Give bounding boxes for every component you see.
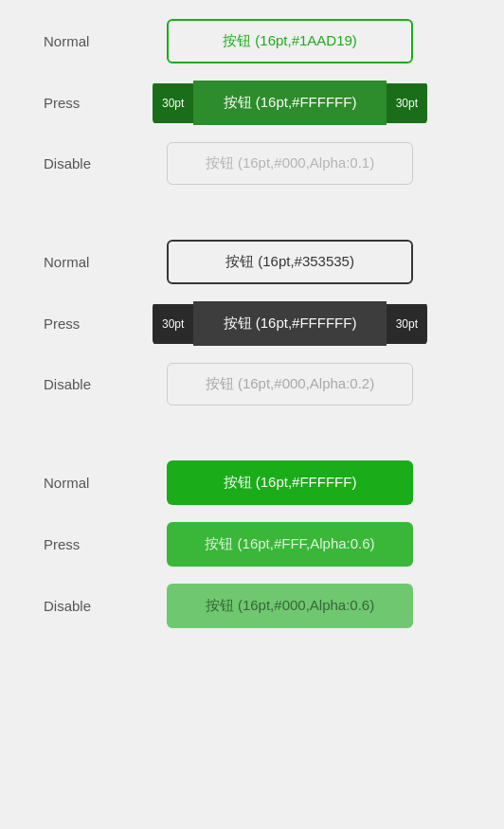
label-normal-3: Normal [44,475,119,491]
row-press-1: Press 30pt 按钮 (16pt,#FFFFFF) 30pt [25,81,479,125]
section-3: Normal 按钮 (16pt,#FFFFFF) Press 按钮 (16pt,… [25,460,479,645]
btn-press-green-solid[interactable]: 按钮 (16pt,#FFF,Alpha:0.6) [167,522,413,567]
label-normal-1: Normal [44,33,119,49]
btn-press-dark-side-right: 30pt [387,304,427,344]
btn-wrapper-disable-1: 按钮 (16pt,#000,Alpha:0.1) [119,142,460,185]
label-disable-2: Disable [44,376,119,392]
btn-press-dark-side-left: 30pt [153,304,193,344]
label-press-2: Press [44,315,119,332]
row-disable-2: Disable 按钮 (16pt,#000,Alpha:0.2) [25,363,479,405]
row-press-3: Press 按钮 (16pt,#FFF,Alpha:0.6) [25,522,479,567]
label-normal-2: Normal [44,254,119,270]
btn-wrapper-disable-2: 按钮 (16pt,#000,Alpha:0.2) [119,363,460,405]
btn-wrapper-normal-1: 按钮 (16pt,#1AAD19) [119,19,460,63]
row-press-2: Press 30pt 按钮 (16pt,#FFFFFF) 30pt [25,301,479,346]
btn-wrapper-normal-2: 按钮 (16pt,#353535) [119,240,460,284]
section-2: Normal 按钮 (16pt,#353535) Press 30pt 按钮 (… [25,240,479,423]
btn-wrapper-disable-3: 按钮 (16pt,#000,Alpha:0.6) [119,584,460,628]
label-disable-1: Disable [44,155,119,171]
btn-disable-outlined-light: 按钮 (16pt,#000,Alpha:0.2) [167,363,413,405]
label-press-3: Press [44,536,119,552]
row-normal-1: Normal 按钮 (16pt,#1AAD19) [25,19,479,63]
btn-press-green[interactable]: 30pt 按钮 (16pt,#FFFFFF) 30pt [153,81,427,125]
btn-press-dark[interactable]: 30pt 按钮 (16pt,#FFFFFF) 30pt [153,301,427,346]
label-press-1: Press [44,95,119,111]
btn-press-side-left: 30pt [153,83,193,123]
btn-wrapper-press-3: 按钮 (16pt,#FFF,Alpha:0.6) [119,522,460,567]
btn-disable-outlined: 按钮 (16pt,#000,Alpha:0.1) [167,142,413,185]
btn-wrapper-press-2: 30pt 按钮 (16pt,#FFFFFF) 30pt [119,301,460,346]
btn-outline-dark[interactable]: 按钮 (16pt,#353535) [167,240,413,284]
row-normal-3: Normal 按钮 (16pt,#FFFFFF) [25,460,479,505]
btn-press-dark-center-text: 按钮 (16pt,#FFFFFF) [193,301,386,346]
section-1: Normal 按钮 (16pt,#1AAD19) Press 30pt 按钮 (… [25,19,479,202]
label-disable-3: Disable [44,598,119,614]
btn-solid-green[interactable]: 按钮 (16pt,#FFFFFF) [167,460,413,505]
btn-press-side-right: 30pt [387,83,427,123]
row-disable-1: Disable 按钮 (16pt,#000,Alpha:0.1) [25,142,479,185]
btn-wrapper-press-1: 30pt 按钮 (16pt,#FFFFFF) 30pt [119,81,460,125]
row-disable-3: Disable 按钮 (16pt,#000,Alpha:0.6) [25,584,479,628]
row-normal-2: Normal 按钮 (16pt,#353535) [25,240,479,284]
btn-outline-green[interactable]: 按钮 (16pt,#1AAD19) [167,19,413,63]
btn-wrapper-normal-3: 按钮 (16pt,#FFFFFF) [119,460,460,505]
btn-press-center-text: 按钮 (16pt,#FFFFFF) [193,81,386,125]
btn-disable-green: 按钮 (16pt,#000,Alpha:0.6) [167,584,413,628]
